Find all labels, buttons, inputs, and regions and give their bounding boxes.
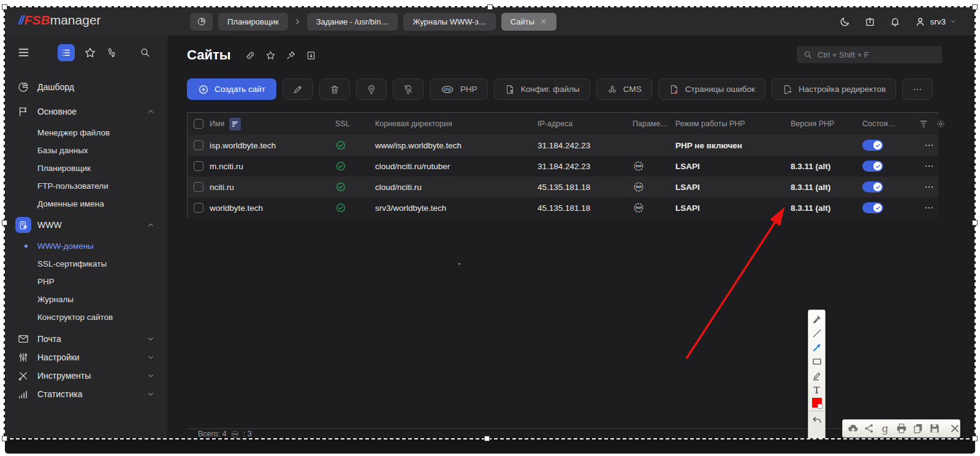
sidebar-item-logs[interactable]: Журналы <box>5 291 167 308</box>
sidebar-item-domain-names[interactable]: Доменные имена <box>5 195 167 213</box>
cms-button[interactable]: CMS <box>596 78 652 100</box>
selection-handle-n[interactable] <box>487 4 493 10</box>
print-button[interactable] <box>895 422 908 435</box>
list-view-button[interactable] <box>58 44 75 61</box>
app-logo[interactable]: //FSBmanager <box>18 13 101 28</box>
notifications-bell-icon[interactable] <box>889 16 901 28</box>
sidebar-group-statistics[interactable]: Статистика <box>5 385 167 403</box>
google-search-button[interactable]: g <box>879 422 891 435</box>
table-row[interactable]: nciti.ru cloud/nciti.ru 45.135.181.18 PH… <box>188 177 938 197</box>
username: srv3 <box>930 17 946 26</box>
state-toggle[interactable] <box>862 202 883 213</box>
row-actions-button[interactable] <box>924 181 935 192</box>
search-input[interactable] <box>818 50 936 59</box>
sidebar-item-php[interactable]: PHP <box>5 273 167 291</box>
table-row[interactable]: worldbyte.tech srv3/worldbyte.tech 45.13… <box>188 197 938 218</box>
undo-button[interactable] <box>811 414 823 427</box>
sidebar-item-scheduler[interactable]: Планировщик <box>5 159 167 177</box>
ssl-ok-icon <box>335 181 346 192</box>
edit-button[interactable] <box>283 78 313 100</box>
config-files-button[interactable]: Конфиг. файлы <box>494 78 590 100</box>
sidebar-item-site-builder[interactable]: Конструктор сайтов <box>5 308 167 326</box>
dashboard-tab-button[interactable] <box>190 13 213 31</box>
marker-tool-button[interactable] <box>811 370 823 382</box>
state-toggle[interactable] <box>862 181 883 192</box>
row-checkbox[interactable] <box>194 182 203 192</box>
select-all-checkbox[interactable] <box>194 119 203 129</box>
selection-handle-e[interactable] <box>972 220 978 226</box>
total-count: Всего: 4 <box>198 430 227 438</box>
sidebar-item-dashboard[interactable]: Дашборд <box>5 75 167 99</box>
dark-mode-icon[interactable] <box>839 16 851 28</box>
row-actions-button[interactable] <box>924 140 935 151</box>
copy-button[interactable] <box>912 422 924 435</box>
selection-handle-sw[interactable] <box>2 436 7 441</box>
state-toggle[interactable] <box>862 140 883 151</box>
sidebar-item-www-domains[interactable]: WWW-домены <box>5 237 167 255</box>
rectangle-icon <box>811 356 822 367</box>
row-actions-button[interactable] <box>924 202 935 213</box>
sidebar-item-ftp-users[interactable]: FTP-пользователи <box>5 177 167 195</box>
create-site-button[interactable]: Создать сайт <box>187 78 276 100</box>
sidebar-group-tools[interactable]: Инструменты <box>5 367 167 385</box>
tab-scheduler[interactable]: Планировщик <box>218 13 288 31</box>
sidebar-item-file-manager[interactable]: Менеджер файлов <box>5 124 167 142</box>
php-button[interactable]: php PHP <box>430 78 488 100</box>
selection-handle-se[interactable] <box>972 436 978 441</box>
color-swatch[interactable] <box>812 398 822 408</box>
link-icon[interactable] <box>245 50 256 61</box>
site-name: nciti.ru <box>210 183 335 192</box>
upload-cloud-button[interactable] <box>847 422 859 435</box>
more-actions-button[interactable] <box>902 78 933 100</box>
row-checkbox[interactable] <box>194 203 203 213</box>
footprints-icon[interactable] <box>105 47 118 59</box>
state-toggle[interactable] <box>862 161 883 172</box>
disable-button[interactable] <box>393 78 424 100</box>
sidebar-item-databases[interactable]: Базы данных <box>5 142 167 159</box>
enable-button[interactable] <box>356 78 387 100</box>
export-file-icon[interactable] <box>306 50 316 61</box>
save-button[interactable] <box>929 422 941 435</box>
sidebar-item-ssl-certificates[interactable]: SSL-сертификаты <box>5 255 167 273</box>
tab-task[interactable]: Задание - /usr/bin… <box>307 13 398 31</box>
arrow-tool-button[interactable] <box>811 341 823 354</box>
row-actions-button[interactable] <box>924 161 935 172</box>
table-row[interactable]: m.nciti.ru cloud/nciti.ru/rutuber 31.184… <box>188 156 938 177</box>
error-pages-button[interactable]: Страницы ошибок <box>658 78 765 100</box>
selection-handle-w[interactable] <box>2 220 7 226</box>
sort-button[interactable] <box>229 118 241 131</box>
text-tool-button[interactable]: T <box>811 384 823 396</box>
close-editor-button[interactable] <box>949 422 960 435</box>
tab-sites[interactable]: Сайты <box>501 13 556 31</box>
close-icon[interactable] <box>540 18 547 25</box>
pen-tool-button[interactable] <box>811 313 823 325</box>
hamburger-menu-icon[interactable] <box>17 46 30 59</box>
topbar: //FSBmanager Планировщик Задание - /usr/… <box>5 7 975 36</box>
share-button[interactable] <box>864 422 875 435</box>
line-tool-button[interactable] <box>811 327 823 340</box>
sidebar-group-www[interactable]: WWW <box>5 213 167 237</box>
delete-button[interactable] <box>319 78 350 100</box>
user-menu[interactable]: srv3 <box>914 16 957 28</box>
selection-handle-nw[interactable] <box>2 4 7 10</box>
selection-handle-ne[interactable] <box>972 4 978 10</box>
rectangle-tool-button[interactable] <box>811 355 823 368</box>
row-checkbox[interactable] <box>194 140 203 150</box>
redirects-button[interactable]: Настройка редиректов <box>772 78 896 100</box>
filter-icon[interactable] <box>919 119 929 129</box>
selection-handle-s[interactable] <box>484 436 490 441</box>
table-row[interactable]: isp.worldbyte.tech www/isp.worldbyte.tec… <box>188 135 938 156</box>
gear-icon[interactable] <box>936 119 946 129</box>
favorites-star-icon[interactable] <box>84 47 96 59</box>
pin-icon[interactable] <box>286 50 296 61</box>
sidebar-group-main[interactable]: Основное <box>5 99 167 124</box>
sidebar-search-icon[interactable] <box>139 47 151 58</box>
box-arrow-up-icon[interactable] <box>864 16 876 28</box>
sidebar-group-settings[interactable]: Настройки <box>5 348 167 367</box>
ip-address: 31.184.242.23 <box>537 162 632 171</box>
tab-www-logs[interactable]: Журналы WWW-з… <box>403 13 495 31</box>
favorite-star-icon[interactable] <box>265 50 276 61</box>
row-checkbox[interactable] <box>194 161 203 171</box>
sidebar-group-mail[interactable]: Почта <box>5 330 167 348</box>
column-header-dir: Корневая директория <box>375 120 537 128</box>
